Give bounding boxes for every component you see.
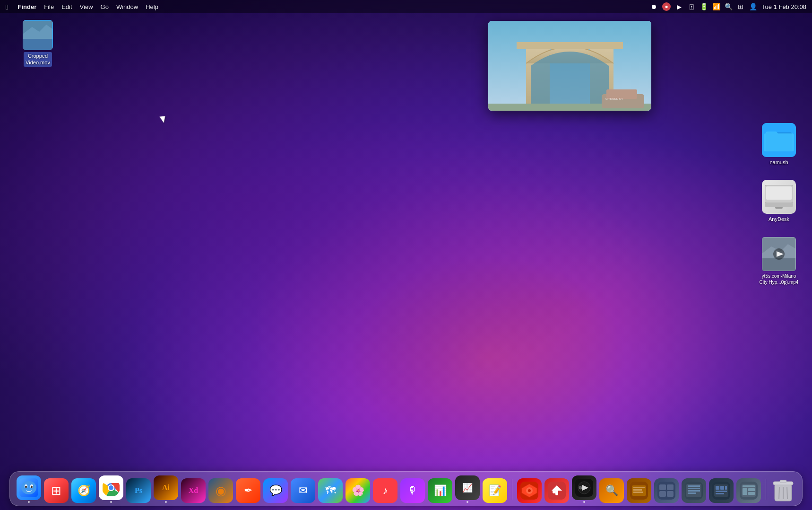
dock-music[interactable]: ♪ [373,478,397,503]
user-icon[interactable]: 👤 [749,3,757,10]
controlcenter-icon[interactable]: ⊞ [737,3,744,10]
menubar-go[interactable]: Go [101,3,109,10]
svg-rect-58 [688,488,700,489]
dock-util3[interactable] [682,478,706,503]
dock-util4[interactable] [709,478,734,503]
search-icon[interactable]: 🔍 [725,3,732,10]
numbers-app-icon: 📊 [428,478,452,503]
dock-podcasts[interactable]: 🎙 [400,478,425,503]
finder-dot [28,501,30,503]
svg-rect-19 [775,207,783,209]
activity-dot [466,501,468,503]
dock-util1[interactable] [627,478,651,503]
dock-maps[interactable]: 🗺 [318,478,343,503]
wifi-icon[interactable]: 📶 [712,3,720,10]
record-icon[interactable]: ⏺ [650,3,657,10]
dock-photoshop[interactable]: Ps [126,478,151,503]
dock-activity[interactable]: 📈 [455,475,480,503]
dock-util2[interactable] [654,478,679,503]
photos-app-icon: 🌸 [346,478,370,503]
svg-rect-67 [716,493,724,494]
dock-pencil[interactable]: ✒ [236,478,260,503]
screenrecord-icon[interactable]: ● [662,2,671,11]
svg-point-28 [21,481,36,494]
dock-chrome[interactable] [99,475,123,503]
dock-notes[interactable]: 📝 [483,478,507,503]
svg-rect-71 [743,488,747,495]
video-preview-window[interactable]: CITROEN C4 [488,21,651,111]
mouse-cursor [159,116,165,123]
svg-rect-72 [748,488,755,491]
anydesk-label: AnyDesk [769,216,789,222]
svg-rect-1 [23,39,53,50]
svg-rect-73 [748,492,755,495]
namush-label: namush [769,159,788,166]
mp4-art [762,237,796,271]
dock-util5[interactable] [736,478,761,503]
maps-app-icon: 🗺 [318,478,343,503]
svg-rect-76 [780,480,786,483]
svg-rect-48 [633,489,642,491]
util3-app-icon [682,478,706,503]
dock-proxyman[interactable]: 🔍 [599,478,624,503]
mp4-file-icon[interactable]: yt5s.com-MilanoCity Hyp...0p).mp4 [755,237,803,285]
menubar-app-name[interactable]: Finder [17,3,36,10]
dock-finder[interactable] [17,475,41,503]
git-app-icon [544,478,569,503]
menubar-edit[interactable]: Edit [61,3,72,10]
notes-app-icon: 📝 [483,478,507,503]
dock-separator-2 [766,479,766,500]
pencil-app-icon: ✒ [236,478,260,503]
svg-rect-47 [633,487,645,488]
dock-blender[interactable]: ◉ [208,478,233,503]
apple-menu[interactable]:  [6,3,8,11]
notification-icon[interactable]: ⍐ [688,3,695,10]
launchpad-app-icon: ⊞ [44,478,69,503]
battery-icon[interactable]: 🔋 [700,3,708,10]
finalcut-dot [583,501,585,503]
svg-point-39 [528,489,531,492]
svg-text:CITROEN C4: CITROEN C4 [605,97,623,100]
play-icon[interactable]: ▶ [675,3,683,10]
menubar-view[interactable]: View [80,3,93,10]
svg-rect-54 [667,491,674,497]
video-thumb-inner [23,20,53,50]
dock-safari[interactable]: 🧭 [71,478,96,503]
finalcut-app-icon [572,475,596,500]
messenger-app-icon: 💬 [263,478,288,503]
blender-app-icon: ◉ [208,478,233,503]
podcasts-app-icon: 🎙 [400,478,425,503]
svg-rect-59 [688,490,700,492]
dock-numbers[interactable]: 📊 [428,478,452,503]
menubar-window[interactable]: Window [116,3,138,10]
menubar-help[interactable]: Help [146,3,158,10]
dock-git[interactable] [544,478,569,503]
dock-messenger[interactable]: 💬 [263,478,288,503]
mp4-label: yt5s.com-MilanoCity Hyp...0p).mp4 [760,273,799,285]
dock-photos[interactable]: 🌸 [346,478,370,503]
dock-separator [512,479,512,500]
cropped-video-label: CroppedVideo.mov [24,52,52,67]
menubar-file[interactable]: File [44,3,54,10]
anydesk-icon[interactable]: AnyDesk [755,180,803,222]
cropped-video-icon[interactable]: CroppedVideo.mov [17,20,59,67]
dock-xd[interactable]: Xd [181,478,206,503]
activity-app-icon: 📈 [455,475,480,500]
chrome-app-icon [99,475,123,500]
svg-line-79 [787,487,787,499]
dock-launchpad[interactable]: ⊞ [44,478,69,503]
svg-rect-50 [657,482,675,500]
dock-illustrator[interactable]: Ai [154,475,178,503]
dock-screenconnect[interactable] [517,478,542,503]
safari-app-icon: 🧭 [71,478,96,503]
xd-app-icon: Xd [181,478,206,503]
svg-rect-49 [633,492,643,493]
svg-rect-51 [659,484,666,490]
dock-trash[interactable] [771,478,795,503]
namush-icon[interactable]: namush [755,123,803,166]
video-thumb-art [23,20,53,50]
dock-mail[interactable]: ✉ [291,478,315,503]
dock-finalcut[interactable] [572,475,596,503]
svg-rect-63 [716,486,719,490]
photoshop-app-icon: Ps [126,478,151,503]
